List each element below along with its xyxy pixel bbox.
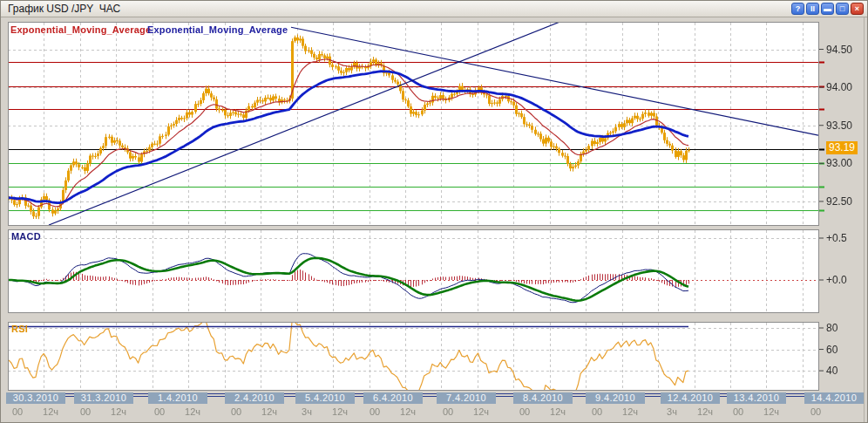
window-controls: ?II▬□×: [791, 3, 864, 15]
window-title: График USD /JPY ЧАС: [8, 3, 120, 15]
time-label: 12ч: [332, 406, 348, 417]
time-label: 3ч: [302, 406, 312, 417]
date-label: 1.4.2010: [148, 392, 207, 404]
maximize-button[interactable]: □: [836, 3, 849, 15]
date-label: 13.4.2010: [727, 392, 786, 404]
chart-canvas[interactable]: [1, 1, 868, 423]
time-label: 12ч: [261, 406, 277, 417]
date-label: 9.4.2010: [586, 392, 645, 404]
time-label: 00: [12, 406, 23, 417]
date-label: 14.4.2010: [804, 392, 864, 404]
pause-button[interactable]: II: [806, 3, 819, 15]
time-label: 12ч: [400, 406, 416, 417]
macd-panel-label: MACD: [11, 231, 41, 242]
time-label: 00: [231, 406, 241, 417]
date-label: 6.4.2010: [363, 392, 423, 404]
price-tick-label: 94.00: [826, 81, 852, 93]
time-label: 12ч: [111, 406, 126, 417]
time-label: 12ч: [763, 406, 779, 417]
rsi-tick-label: 80: [826, 322, 837, 334]
time-label: 00: [519, 406, 530, 417]
price-tick-label: 93.00: [826, 157, 852, 169]
time-label: 00: [154, 406, 165, 417]
chart-window: График USD /JPY ЧАС ?II▬□× Exponential_M…: [0, 0, 868, 423]
time-label: 00: [80, 406, 91, 417]
price-tick-label: 92.50: [826, 195, 852, 208]
ema-fast-legend: Exponential_Moving_Average: [10, 24, 151, 35]
time-label: 3ч: [667, 406, 677, 417]
title-bar[interactable]: График USD /JPY ЧАС ?II▬□×: [1, 1, 867, 17]
date-label: 12.4.2010: [661, 392, 720, 404]
time-label: 12ч: [697, 406, 713, 417]
time-label: 12ч: [473, 406, 489, 417]
macd-tick-label: +0.0: [826, 274, 847, 286]
time-label: 12ч: [43, 406, 58, 417]
price-tick-label: 93.50: [826, 119, 852, 132]
time-label: 00: [370, 406, 380, 417]
time-label: 12ч: [622, 406, 638, 417]
time-label: 12ч: [185, 406, 200, 417]
rsi-tick-label: 60: [826, 344, 837, 356]
date-label: 31.3.2010: [74, 392, 133, 404]
date-label: 30.3.2010: [6, 392, 65, 404]
time-label: 00: [443, 406, 453, 417]
date-label: 7.4.2010: [437, 392, 496, 404]
macd-tick-label: +0.5: [826, 232, 847, 244]
rsi-tick-label: 40: [826, 365, 837, 377]
date-label: 2.4.2010: [225, 392, 284, 404]
ema-slow-legend: Exponential_Moving_Average: [147, 24, 288, 35]
time-label: 00: [592, 406, 602, 417]
date-label: 8.4.2010: [513, 392, 573, 404]
rsi-panel-label: RSI: [11, 324, 28, 334]
time-label: 12ч: [550, 406, 566, 417]
help-button[interactable]: ?: [791, 3, 804, 15]
date-label: 5.4.2010: [295, 392, 355, 404]
price-tick-label: 94.50: [826, 44, 852, 56]
close-button[interactable]: ×: [851, 3, 864, 15]
time-label: 00: [810, 406, 821, 417]
current-price-badge: 93.19: [826, 141, 858, 154]
minimize-button[interactable]: ▬: [821, 3, 834, 15]
time-label: 00: [733, 406, 743, 417]
